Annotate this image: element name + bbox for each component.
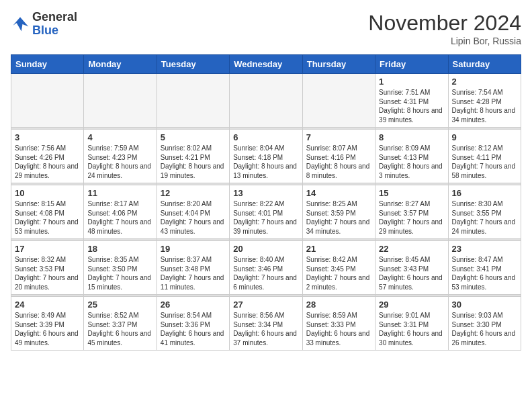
day-info: Sunrise: 8:59 AM Sunset: 3:33 PM Dayligh… <box>306 311 371 347</box>
calendar-day-cell: 28Sunrise: 8:59 AM Sunset: 3:33 PM Dayli… <box>302 297 375 351</box>
calendar-day-cell: 23Sunrise: 8:47 AM Sunset: 3:41 PM Dayli… <box>448 241 521 295</box>
day-number: 29 <box>379 300 444 310</box>
day-info: Sunrise: 8:04 AM Sunset: 4:18 PM Dayligh… <box>233 144 298 180</box>
calendar-day-cell: 19Sunrise: 8:37 AM Sunset: 3:48 PM Dayli… <box>157 241 229 295</box>
day-number: 6 <box>233 132 298 142</box>
calendar-day-cell: 11Sunrise: 8:17 AM Sunset: 4:06 PM Dayli… <box>84 185 157 239</box>
calendar-day-cell <box>11 74 84 128</box>
day-info: Sunrise: 8:17 AM Sunset: 4:06 PM Dayligh… <box>87 199 152 236</box>
calendar-day-cell: 3Sunrise: 7:56 AM Sunset: 4:26 PM Daylig… <box>11 130 84 183</box>
day-number: 25 <box>87 300 152 310</box>
day-number: 7 <box>306 132 371 142</box>
day-number: 3 <box>15 132 80 142</box>
day-number: 21 <box>306 244 371 254</box>
day-number: 9 <box>452 132 517 142</box>
day-number: 23 <box>452 244 517 254</box>
month-title: November 2024 <box>368 11 521 36</box>
day-number: 28 <box>306 300 371 310</box>
day-info: Sunrise: 8:15 AM Sunset: 4:08 PM Dayligh… <box>15 199 80 236</box>
calendar-day-cell: 21Sunrise: 8:42 AM Sunset: 3:45 PM Dayli… <box>302 241 375 295</box>
day-number: 11 <box>87 188 152 198</box>
day-info: Sunrise: 8:07 AM Sunset: 4:16 PM Dayligh… <box>306 144 371 180</box>
day-info: Sunrise: 8:37 AM Sunset: 3:48 PM Dayligh… <box>161 255 226 291</box>
calendar-day-cell: 17Sunrise: 8:32 AM Sunset: 3:53 PM Dayli… <box>11 241 84 295</box>
day-number: 17 <box>15 244 80 254</box>
day-number: 12 <box>161 188 226 198</box>
day-info: Sunrise: 9:03 AM Sunset: 3:30 PM Dayligh… <box>452 311 517 347</box>
calendar-day-cell: 5Sunrise: 8:02 AM Sunset: 4:21 PM Daylig… <box>157 130 229 183</box>
day-info: Sunrise: 8:35 AM Sunset: 3:50 PM Dayligh… <box>87 255 152 291</box>
day-info: Sunrise: 8:40 AM Sunset: 3:46 PM Dayligh… <box>233 255 298 291</box>
day-info: Sunrise: 8:30 AM Sunset: 3:55 PM Dayligh… <box>452 199 517 236</box>
calendar-day-cell: 12Sunrise: 8:20 AM Sunset: 4:04 PM Dayli… <box>157 185 229 239</box>
day-number: 5 <box>161 132 226 142</box>
weekday-header-saturday: Saturday <box>448 55 521 74</box>
day-info: Sunrise: 9:01 AM Sunset: 3:31 PM Dayligh… <box>379 311 444 347</box>
day-number: 10 <box>15 188 80 198</box>
calendar-day-cell <box>84 74 157 128</box>
day-info: Sunrise: 8:09 AM Sunset: 4:13 PM Dayligh… <box>379 144 444 180</box>
svg-marker-0 <box>13 17 29 31</box>
day-number: 19 <box>161 244 226 254</box>
calendar-day-cell: 10Sunrise: 8:15 AM Sunset: 4:08 PM Dayli… <box>11 185 84 239</box>
day-info: Sunrise: 8:42 AM Sunset: 3:45 PM Dayligh… <box>306 255 371 291</box>
day-number: 30 <box>452 300 517 310</box>
calendar-day-cell: 30Sunrise: 9:03 AM Sunset: 3:30 PM Dayli… <box>448 297 521 351</box>
logo-text: General Blue <box>32 11 77 38</box>
calendar-day-cell: 2Sunrise: 7:54 AM Sunset: 4:28 PM Daylig… <box>448 74 521 128</box>
day-number: 15 <box>379 188 444 198</box>
calendar-header-row: SundayMondayTuesdayWednesdayThursdayFrid… <box>11 55 521 74</box>
calendar-day-cell: 1Sunrise: 7:51 AM Sunset: 4:31 PM Daylig… <box>375 74 448 128</box>
calendar-day-cell: 13Sunrise: 8:22 AM Sunset: 4:01 PM Dayli… <box>230 185 302 239</box>
calendar-day-cell <box>230 74 302 128</box>
day-number: 22 <box>379 244 444 254</box>
day-number: 1 <box>379 77 444 87</box>
calendar-week-row: 1Sunrise: 7:51 AM Sunset: 4:31 PM Daylig… <box>11 74 521 128</box>
calendar-day-cell: 22Sunrise: 8:45 AM Sunset: 3:43 PM Dayli… <box>375 241 448 295</box>
logo-general: General <box>32 11 77 24</box>
calendar-day-cell: 9Sunrise: 8:12 AM Sunset: 4:11 PM Daylig… <box>448 130 521 183</box>
day-info: Sunrise: 8:32 AM Sunset: 3:53 PM Dayligh… <box>15 255 80 291</box>
weekday-header-tuesday: Tuesday <box>157 55 229 74</box>
calendar-day-cell: 24Sunrise: 8:49 AM Sunset: 3:39 PM Dayli… <box>11 297 84 351</box>
logo: General Blue <box>11 11 77 38</box>
calendar-day-cell: 29Sunrise: 9:01 AM Sunset: 3:31 PM Dayli… <box>375 297 448 351</box>
calendar-table: SundayMondayTuesdayWednesdayThursdayFrid… <box>11 54 521 351</box>
day-number: 27 <box>233 300 298 310</box>
day-number: 18 <box>87 244 152 254</box>
day-info: Sunrise: 8:02 AM Sunset: 4:21 PM Dayligh… <box>161 144 226 180</box>
logo-bird-icon <box>11 15 30 34</box>
day-number: 14 <box>306 188 371 198</box>
calendar-day-cell: 15Sunrise: 8:27 AM Sunset: 3:57 PM Dayli… <box>375 185 448 239</box>
weekday-header-sunday: Sunday <box>11 55 84 74</box>
calendar-week-row: 10Sunrise: 8:15 AM Sunset: 4:08 PM Dayli… <box>11 185 521 239</box>
calendar-day-cell: 7Sunrise: 8:07 AM Sunset: 4:16 PM Daylig… <box>302 130 375 183</box>
calendar-day-cell: 8Sunrise: 8:09 AM Sunset: 4:13 PM Daylig… <box>375 130 448 183</box>
calendar-day-cell <box>157 74 229 128</box>
day-number: 13 <box>233 188 298 198</box>
day-number: 26 <box>161 300 226 310</box>
day-number: 8 <box>379 132 444 142</box>
day-number: 4 <box>87 132 152 142</box>
calendar-day-cell: 27Sunrise: 8:56 AM Sunset: 3:34 PM Dayli… <box>230 297 302 351</box>
day-info: Sunrise: 8:47 AM Sunset: 3:41 PM Dayligh… <box>452 255 517 291</box>
day-number: 2 <box>452 77 517 87</box>
calendar-week-row: 3Sunrise: 7:56 AM Sunset: 4:26 PM Daylig… <box>11 130 521 183</box>
title-section: November 2024 Lipin Bor, Russia <box>368 11 521 46</box>
page-header: General Blue November 2024 Lipin Bor, Ru… <box>11 11 521 46</box>
day-info: Sunrise: 8:54 AM Sunset: 3:36 PM Dayligh… <box>161 311 226 347</box>
day-info: Sunrise: 8:20 AM Sunset: 4:04 PM Dayligh… <box>161 199 226 236</box>
weekday-header-monday: Monday <box>84 55 157 74</box>
weekday-header-thursday: Thursday <box>302 55 375 74</box>
calendar-day-cell: 18Sunrise: 8:35 AM Sunset: 3:50 PM Dayli… <box>84 241 157 295</box>
day-number: 16 <box>452 188 517 198</box>
calendar-day-cell: 26Sunrise: 8:54 AM Sunset: 3:36 PM Dayli… <box>157 297 229 351</box>
calendar-day-cell: 14Sunrise: 8:25 AM Sunset: 3:59 PM Dayli… <box>302 185 375 239</box>
calendar-day-cell: 16Sunrise: 8:30 AM Sunset: 3:55 PM Dayli… <box>448 185 521 239</box>
logo-blue: Blue <box>32 24 77 38</box>
day-info: Sunrise: 8:52 AM Sunset: 3:37 PM Dayligh… <box>87 311 152 347</box>
day-info: Sunrise: 7:59 AM Sunset: 4:23 PM Dayligh… <box>87 144 152 180</box>
calendar-week-row: 17Sunrise: 8:32 AM Sunset: 3:53 PM Dayli… <box>11 241 521 295</box>
day-info: Sunrise: 8:12 AM Sunset: 4:11 PM Dayligh… <box>452 144 517 180</box>
day-number: 20 <box>233 244 298 254</box>
